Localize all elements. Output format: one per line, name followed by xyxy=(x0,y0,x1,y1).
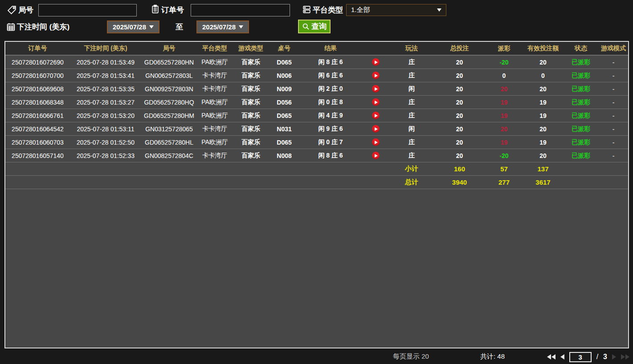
cell-play-type: 庄 xyxy=(389,72,434,80)
cell-play-type: 闲 xyxy=(389,85,434,93)
cell-game-type: 百家乐 xyxy=(233,72,269,80)
cell-order-no: 250728016066761 xyxy=(5,112,70,119)
cell-bet-time: 2025-07-28 01:53:27 xyxy=(70,99,141,106)
page-nav: / 3 xyxy=(547,351,629,363)
subtotal-payout: 57 xyxy=(485,165,523,173)
cell-platform: 卡卡湾厅 xyxy=(197,85,233,93)
platform-type-label: 平台类型 xyxy=(313,4,343,17)
date-from-value: 2025/07/28 xyxy=(113,23,146,31)
cell-bet-time: 2025-07-28 01:52:33 xyxy=(70,152,141,159)
subtotal-valid-bet: 137 xyxy=(523,165,563,173)
play-video-icon[interactable] xyxy=(372,152,380,159)
cell-game-no: GN0062572803L xyxy=(141,72,197,79)
total-valid-bet: 3617 xyxy=(523,178,563,186)
cell-total-bet: 20 xyxy=(434,139,485,146)
cell-payout: 20 xyxy=(485,125,523,133)
cell-result: 闲 8 庄 6 xyxy=(299,58,362,66)
table-row: 250728016064542 2025-07-28 01:53:11 GN03… xyxy=(5,122,628,135)
cell-game-no: GD065257280HM xyxy=(141,112,197,119)
cell-game-type: 百家乐 xyxy=(233,85,269,93)
table-row: 250728016070700 2025-07-28 01:53:41 GN00… xyxy=(5,69,628,82)
cell-game-type: 百家乐 xyxy=(233,98,269,106)
cell-table-no: D056 xyxy=(269,99,299,106)
cell-result: 闲 8 庄 6 xyxy=(299,152,362,160)
cell-video xyxy=(362,72,389,79)
col-status: 状态 xyxy=(563,44,599,53)
cell-payout: -20 xyxy=(485,152,523,159)
cell-status: 已派彩 xyxy=(563,85,599,93)
prev-page-icon[interactable] xyxy=(560,354,564,360)
page-number-input[interactable] xyxy=(569,352,592,362)
col-payout: 派彩 xyxy=(485,44,523,53)
cell-payout: 19 xyxy=(485,139,523,146)
cell-game-no: GN0082572804C xyxy=(141,152,197,159)
query-button-label: 查询 xyxy=(311,21,327,32)
col-total-bet: 总投注 xyxy=(434,44,485,53)
col-table-no: 桌号 xyxy=(269,44,299,53)
date-to-value: 2025/07/28 xyxy=(202,23,236,31)
cell-platform: 卡卡湾厅 xyxy=(197,152,233,160)
cell-platform: PA欧洲厅 xyxy=(197,58,233,66)
query-button[interactable]: 查询 xyxy=(298,20,331,33)
cell-bet-time: 2025-07-28 01:52:50 xyxy=(70,139,141,146)
play-video-icon[interactable] xyxy=(372,112,380,119)
server-stack-icon xyxy=(302,5,311,14)
cell-result: 闲 0 庄 7 xyxy=(299,138,362,146)
play-video-icon[interactable] xyxy=(372,138,380,146)
cell-result: 闲 2 庄 0 xyxy=(299,85,362,93)
cell-payout: 19 xyxy=(485,99,523,106)
cell-game-type: 百家乐 xyxy=(233,138,269,146)
cell-total-bet: 20 xyxy=(434,99,485,106)
play-video-icon[interactable] xyxy=(372,125,380,133)
table-row: 250728016072690 2025-07-28 01:53:49 GD06… xyxy=(5,55,628,69)
cell-valid-bet: 20 xyxy=(523,125,563,133)
cell-table-no: N008 xyxy=(269,152,299,159)
cell-payout: 19 xyxy=(485,112,523,119)
subtotal-total-bet: 160 xyxy=(434,165,485,173)
cell-status: 已派彩 xyxy=(563,138,599,146)
play-video-icon[interactable] xyxy=(372,58,380,66)
last-page-icon[interactable] xyxy=(621,354,629,360)
table-empty-area xyxy=(5,189,628,348)
cell-payout: 20 xyxy=(485,85,523,93)
chevron-down-icon xyxy=(437,8,441,12)
cell-game-mode: - xyxy=(599,85,628,93)
cell-table-no: N009 xyxy=(269,85,299,93)
cell-game-no: GN0092572803N xyxy=(141,85,197,93)
first-page-icon[interactable] xyxy=(547,354,555,360)
col-order-no: 订单号 xyxy=(5,44,70,53)
cell-video xyxy=(362,125,389,133)
cell-bet-time: 2025-07-28 01:53:20 xyxy=(70,112,141,119)
play-video-icon[interactable] xyxy=(372,98,380,106)
date-to-picker[interactable]: 2025/07/28 xyxy=(196,20,249,33)
cell-game-type: 百家乐 xyxy=(233,58,269,66)
cell-valid-bet: 0 xyxy=(523,72,563,79)
date-from-picker[interactable]: 2025/07/28 xyxy=(107,20,159,33)
game-no-input[interactable] xyxy=(38,4,137,16)
cell-video xyxy=(362,152,389,159)
cell-table-no: D065 xyxy=(269,59,299,66)
table-row: 250728016069608 2025-07-28 01:53:35 GN00… xyxy=(5,82,628,95)
col-result: 结果 xyxy=(299,44,362,53)
cell-total-bet: 20 xyxy=(434,125,485,133)
play-video-icon[interactable] xyxy=(372,72,380,79)
subtotal-row: 小计 160 57 137 xyxy=(5,162,628,175)
cell-game-mode: - xyxy=(599,59,628,66)
cell-game-mode: - xyxy=(599,125,628,133)
platform-type-select[interactable]: 1.全部 xyxy=(346,4,446,16)
total-total-bet: 3940 xyxy=(434,178,485,186)
cell-play-type: 庄 xyxy=(389,112,434,120)
cell-valid-bet: 20 xyxy=(523,85,563,93)
game-no-label: 局号 xyxy=(18,4,33,17)
cell-platform: PA欧洲厅 xyxy=(197,98,233,106)
cell-table-no: D065 xyxy=(269,112,299,119)
col-game-mode: 游戏模式 xyxy=(599,44,628,53)
total-label: 总计 xyxy=(389,178,434,186)
play-video-icon[interactable] xyxy=(372,85,380,93)
cell-play-type: 庄 xyxy=(389,138,434,146)
order-no-input[interactable] xyxy=(191,4,290,16)
cell-status: 已派彩 xyxy=(563,125,599,133)
col-platform: 平台类型 xyxy=(197,44,233,53)
table-row: 250728016060703 2025-07-28 01:52:50 GD06… xyxy=(5,135,628,149)
next-page-icon[interactable] xyxy=(612,354,616,360)
